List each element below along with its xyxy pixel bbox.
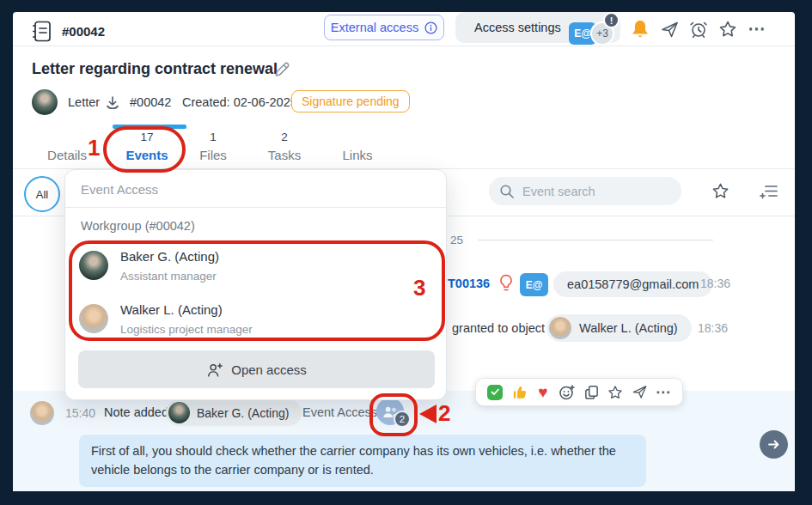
author-name: Baker G. (Acting) <box>197 406 289 420</box>
member-role: Logistics project manager <box>120 323 253 336</box>
saved-filters-star-icon[interactable] <box>711 181 730 204</box>
favorite-star-icon[interactable] <box>717 18 739 40</box>
info-icon <box>424 21 437 34</box>
member-row[interactable]: Baker G. (Acting) Assistant manager <box>65 246 448 299</box>
tab-label: Files <box>177 148 249 162</box>
email-pill[interactable]: ea0158779@gmail.com <box>553 271 712 297</box>
member-name: Baker G. (Acting) <box>120 249 219 264</box>
member-avatar <box>79 251 108 280</box>
alert-badge: ! <box>603 12 620 28</box>
page-title: Letter regarding contract renewal <box>32 60 278 78</box>
more-reactions-icon[interactable]: ⋯ <box>654 383 673 402</box>
access-settings-label: Access settings <box>474 21 561 34</box>
workgroup-label: Workgroup (#00042) <box>81 219 195 233</box>
tab-label: Tasks <box>248 148 321 162</box>
note-action: Note added <box>104 405 168 419</box>
lightbulb-icon[interactable] <box>497 273 516 297</box>
author-avatar <box>168 402 190 423</box>
tab-files[interactable]: 1 Files <box>177 131 249 162</box>
doc-number: #00042 <box>130 95 171 109</box>
download-icon[interactable] <box>104 94 121 115</box>
filter-settings-icon[interactable] <box>758 181 780 205</box>
tab-events[interactable]: 17 Events <box>111 131 183 162</box>
access-count-badge: 2 <box>394 411 411 428</box>
email-source-badge: E@ <box>520 273 548 296</box>
note-text-bubble: First of all, you should check whether t… <box>79 435 646 487</box>
member-avatar <box>79 304 108 333</box>
star-reaction-icon[interactable] <box>606 383 625 402</box>
send-reaction-icon[interactable] <box>630 383 649 402</box>
status-badge: Signature pending <box>291 90 410 113</box>
open-access-label: Open access <box>231 362 307 377</box>
tab-count <box>31 131 103 146</box>
heart-reaction-icon[interactable]: ♥ <box>534 383 553 402</box>
external-access-button[interactable]: External access <box>324 15 444 40</box>
search-input[interactable] <box>522 185 660 198</box>
event-text: granted to object <box>452 321 545 335</box>
reminder-clock-icon[interactable] <box>687 18 710 40</box>
external-access-label: External access <box>331 21 418 34</box>
active-tab-indicator <box>113 125 186 129</box>
divider <box>65 207 448 208</box>
send-icon[interactable] <box>658 18 681 40</box>
event-access-label: Event Access <box>302 405 377 419</box>
open-access-button[interactable]: Open access <box>78 350 435 388</box>
event-search-box[interactable] <box>489 177 681 205</box>
popup-title: Event Access <box>81 182 158 197</box>
date-separator: 25 <box>450 234 463 246</box>
arrow-right-icon <box>766 437 781 452</box>
member-role: Assistant manager <box>120 270 217 283</box>
doc-created: Created: 02-06-2025 <box>182 95 297 109</box>
tab-label: Details <box>31 148 103 162</box>
doc-type-label: Letter <box>68 95 100 109</box>
tab-links[interactable]: Links <box>321 131 394 162</box>
check-reaction-icon[interactable] <box>485 383 504 402</box>
tab-label: Events <box>111 148 183 162</box>
owner-avatar[interactable] <box>32 89 58 115</box>
more-menu-icon[interactable]: ⋯ <box>746 17 768 40</box>
email-address: ea0158779@gmail.com <box>567 277 699 291</box>
tab-tasks[interactable]: 2 Tasks <box>248 131 321 162</box>
filter-all-chip[interactable]: All <box>24 176 60 212</box>
reaction-toolbar: ♥ ⋯ <box>475 378 683 406</box>
author-pill[interactable]: Baker G. (Acting) <box>166 399 302 426</box>
search-icon <box>499 184 515 199</box>
actor-avatar[interactable] <box>30 401 54 425</box>
edit-pencil-icon[interactable] <box>273 61 291 82</box>
document-id: #00042 <box>62 24 105 39</box>
person-pill[interactable]: Walker L. (Acting) <box>546 314 692 342</box>
event-access-popup: Event Access Workgroup (#00042) Baker G.… <box>64 169 447 400</box>
tab-label: Links <box>321 148 394 162</box>
event-time: 18:36 <box>700 277 730 290</box>
add-reaction-icon[interactable] <box>558 383 577 402</box>
event-time: 18:36 <box>698 321 728 335</box>
member-row[interactable]: Walker L. (Acting) Logistics project man… <box>65 299 448 352</box>
copy-icon[interactable] <box>582 383 601 402</box>
thumbs-up-icon[interactable] <box>510 383 528 402</box>
filter-all-label: All <box>36 188 48 201</box>
screenshot-frame: #00042 External access Access settings E… <box>0 0 812 505</box>
tab-count: 17 <box>111 131 183 146</box>
tab-count: 1 <box>177 131 249 146</box>
person-name: Walker L. (Acting) <box>579 321 678 335</box>
tab-details[interactable]: Details <box>31 131 103 162</box>
add-person-icon <box>206 362 223 378</box>
tab-count: 2 <box>248 131 321 146</box>
note-time: 15:40 <box>65 406 95 420</box>
event-document-link[interactable]: T00136 <box>448 277 490 290</box>
notifications-bell-icon[interactable] <box>629 18 651 40</box>
document-icon <box>32 20 52 43</box>
member-name: Walker L. (Acting) <box>120 302 223 317</box>
date-separator-line <box>478 240 713 240</box>
divider <box>13 46 795 46</box>
tab-count <box>321 131 394 146</box>
person-avatar <box>549 317 571 339</box>
next-arrow-button[interactable] <box>760 430 788 459</box>
